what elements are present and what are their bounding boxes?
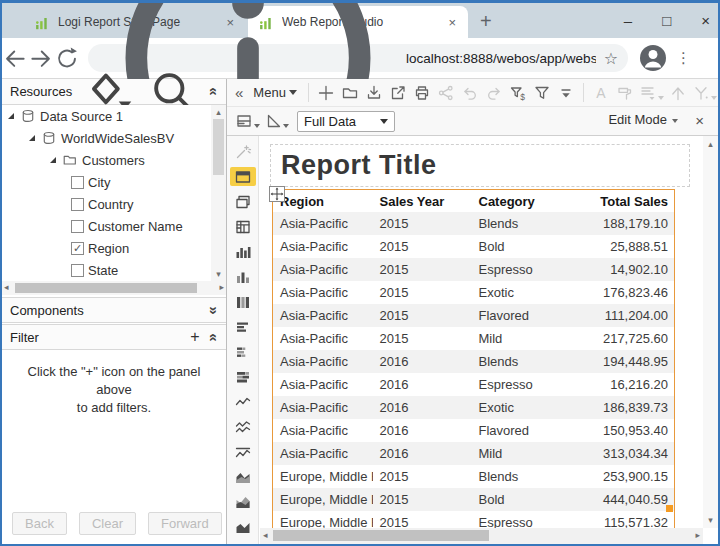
tree-item-state[interactable]: State bbox=[2, 259, 226, 281]
table-cell[interactable]: Europe, Middle Ea bbox=[273, 465, 373, 488]
table-row[interactable]: Asia-Pacific2016Exotic186,839.73 bbox=[273, 396, 675, 419]
table-header-row[interactable]: RegionSales YearCategoryTotal Sales bbox=[273, 190, 675, 213]
checkbox[interactable] bbox=[71, 176, 84, 189]
column-header[interactable]: Sales Year bbox=[373, 190, 472, 213]
table-cell[interactable]: Asia-Pacific bbox=[273, 258, 373, 281]
table-cell[interactable]: 2016 bbox=[373, 350, 472, 373]
url-text[interactable]: localhost:8888/webos/app/webstudio/index… bbox=[406, 51, 596, 66]
add-filter-button[interactable]: + bbox=[190, 328, 199, 346]
expand-arrow-icon[interactable] bbox=[8, 113, 14, 119]
table-cell[interactable]: Mild bbox=[472, 442, 572, 465]
scroll-down-icon[interactable]: ▾ bbox=[703, 515, 718, 525]
table-cell[interactable]: Mild bbox=[472, 327, 572, 350]
open-report-icon[interactable] bbox=[340, 82, 360, 104]
expand-arrow-icon[interactable] bbox=[29, 135, 35, 141]
back-icon[interactable] bbox=[2, 45, 28, 71]
table-cell[interactable]: 2016 bbox=[373, 442, 472, 465]
new-tab-button[interactable]: + bbox=[480, 11, 492, 31]
window-minimize-icon[interactable]: – bbox=[624, 12, 632, 29]
table-cell[interactable]: Asia-Pacific bbox=[273, 304, 373, 327]
table-cell[interactable]: 2016 bbox=[373, 419, 472, 442]
window-maximize-icon[interactable]: □ bbox=[662, 12, 671, 29]
export-icon[interactable] bbox=[388, 82, 408, 104]
browser-menu-icon[interactable]: ⋮ bbox=[676, 49, 691, 67]
scroll-left-icon[interactable]: ◂ bbox=[4, 282, 9, 292]
checkbox[interactable] bbox=[71, 198, 84, 211]
scroll-right-icon[interactable]: ▸ bbox=[219, 282, 224, 292]
forward-icon[interactable] bbox=[28, 45, 54, 71]
table-row[interactable]: Asia-Pacific2015Flavored111,204.00 bbox=[273, 304, 675, 327]
column-header[interactable]: Region bbox=[273, 190, 373, 213]
scroll-left-icon[interactable]: ◂ bbox=[263, 530, 268, 540]
table-cell[interactable]: 194,448.95 bbox=[572, 350, 675, 373]
table-cell[interactable]: Exotic bbox=[472, 396, 572, 419]
table-row[interactable]: Europe, Middle Ea2015Bold444,040.59 bbox=[273, 488, 675, 511]
palette-area-chart-2-icon[interactable] bbox=[230, 492, 256, 511]
table-cell[interactable]: 176,823.46 bbox=[572, 281, 675, 304]
table-cell[interactable]: 2015 bbox=[373, 327, 472, 350]
table-cell[interactable]: Espresso bbox=[472, 511, 572, 528]
draw-select-icon[interactable] bbox=[264, 110, 289, 132]
table-cell[interactable]: 150,953.40 bbox=[572, 419, 675, 442]
table-cell[interactable]: 2015 bbox=[373, 212, 472, 235]
table-cell[interactable]: Blends bbox=[472, 465, 572, 488]
components-panel-header[interactable]: Components » bbox=[2, 297, 226, 323]
filter-icon[interactable] bbox=[532, 82, 552, 104]
table-cell[interactable]: Asia-Pacific bbox=[273, 442, 373, 465]
table-cell[interactable]: 2015 bbox=[373, 281, 472, 304]
table-row[interactable]: Asia-Pacific2016Blends194,448.95 bbox=[273, 350, 675, 373]
table-cell[interactable]: 25,888.51 bbox=[572, 235, 675, 258]
report-title-block[interactable]: Report Title bbox=[270, 144, 690, 187]
data-mode-select[interactable]: Full Data bbox=[297, 111, 395, 132]
palette-banded-object-icon[interactable] bbox=[230, 167, 256, 186]
refresh-icon[interactable] bbox=[54, 45, 80, 71]
table-cell[interactable]: 2015 bbox=[373, 235, 472, 258]
palette-line-chart-3-icon[interactable] bbox=[230, 442, 256, 461]
table-row[interactable]: Europe, Middle Ea2015Blends253,900.15 bbox=[273, 465, 675, 488]
table-cell[interactable]: Asia-Pacific bbox=[273, 396, 373, 419]
print-icon[interactable] bbox=[412, 82, 432, 104]
table-cell[interactable]: Asia-Pacific bbox=[273, 419, 373, 442]
palette-crosstab-icon[interactable] bbox=[230, 217, 256, 236]
close-report-icon[interactable]: × bbox=[695, 112, 704, 129]
table-row[interactable]: Asia-Pacific2015Bold25,888.51 bbox=[273, 235, 675, 258]
table-cell[interactable]: 313,034.34 bbox=[572, 442, 675, 465]
filter-panel-header[interactable]: Filter + « bbox=[2, 324, 226, 350]
table-cell[interactable]: Espresso bbox=[472, 373, 572, 396]
table-row[interactable]: Asia-Pacific2015Blends188,179.10 bbox=[273, 212, 675, 235]
table-cell[interactable]: 2015 bbox=[373, 488, 472, 511]
table-row[interactable]: Asia-Pacific2015Exotic176,823.46 bbox=[273, 281, 675, 304]
table-cell[interactable]: 2015 bbox=[373, 465, 472, 488]
tree-item-data-source-1[interactable]: Data Source 1 bbox=[2, 105, 226, 127]
expand-arrow-icon[interactable] bbox=[50, 157, 56, 163]
tree-horizontal-scrollbar[interactable]: ◂ ▸ bbox=[2, 281, 226, 295]
filter-values-icon[interactable]: $ bbox=[508, 82, 528, 104]
tree-item-customers[interactable]: Customers bbox=[2, 149, 226, 171]
palette-column-chart-icon[interactable] bbox=[230, 242, 256, 261]
table-cell[interactable]: Asia-Pacific bbox=[273, 373, 373, 396]
tree-item-country[interactable]: Country bbox=[2, 193, 226, 215]
palette-area-chart-icon[interactable] bbox=[230, 467, 256, 486]
table-cell[interactable]: Europe, Middle Ea bbox=[273, 511, 373, 528]
report-title[interactable]: Report Title bbox=[281, 150, 437, 181]
checkbox[interactable] bbox=[71, 220, 84, 233]
palette-line-chart-icon[interactable] bbox=[230, 392, 256, 411]
table-cell[interactable]: Espresso bbox=[472, 258, 572, 281]
layout-panes-icon[interactable] bbox=[235, 110, 260, 132]
collapse-sidebar-icon[interactable]: « bbox=[235, 84, 243, 101]
scroll-down-icon[interactable]: ▾ bbox=[211, 269, 226, 279]
table-cell[interactable]: 2015 bbox=[373, 258, 472, 281]
window-close-icon[interactable]: × bbox=[701, 12, 710, 29]
tab-close-icon[interactable]: × bbox=[446, 15, 458, 30]
table-cell[interactable]: 2015 bbox=[373, 511, 472, 528]
expand-panel-icon[interactable]: » bbox=[205, 306, 222, 314]
table-cell[interactable]: Exotic bbox=[472, 281, 572, 304]
column-header[interactable]: Total Sales bbox=[572, 190, 675, 213]
table-cell[interactable]: Bold bbox=[472, 235, 572, 258]
profile-avatar[interactable] bbox=[640, 45, 666, 71]
table-cell[interactable]: Blends bbox=[472, 212, 572, 235]
report-table[interactable]: RegionSales YearCategoryTotal SalesAsia-… bbox=[272, 189, 675, 528]
palette-tabular-icon[interactable] bbox=[230, 192, 256, 211]
table-cell[interactable]: Flavored bbox=[472, 304, 572, 327]
report-page[interactable]: Report Title RegionSales YearCategoryTot… bbox=[260, 136, 703, 528]
